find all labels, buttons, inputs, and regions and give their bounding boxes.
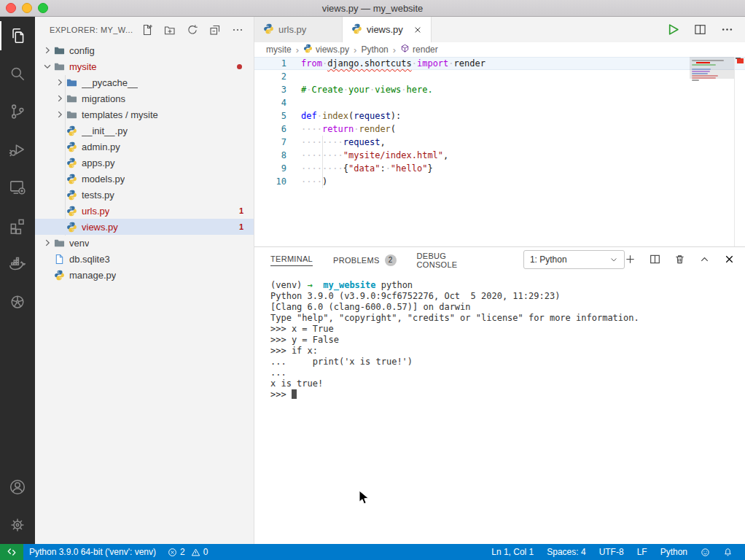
tree-item-views-py[interactable]: views.py1 [35, 219, 254, 235]
more-actions-icon[interactable] [721, 23, 733, 36]
remote-indicator[interactable] [0, 544, 23, 560]
breadcrumb-item-mysite[interactable]: mysite [266, 44, 292, 55]
tree-item-db-sqlite3[interactable]: db.sqlite3 [35, 251, 254, 267]
terminal-selector-dropdown[interactable]: 1: Python [523, 250, 625, 269]
feedback-icon[interactable] [694, 544, 717, 560]
activity-bar-item-extensions[interactable] [0, 206, 35, 244]
tab-views-py[interactable]: views.py [343, 17, 432, 42]
tab-terminal[interactable]: TERMINAL [270, 248, 313, 271]
warning-icon [191, 548, 200, 557]
activity-bar-item-search[interactable] [0, 55, 35, 93]
tree-item-manage-py[interactable]: manage.py [35, 267, 254, 283]
minimap-line [692, 69, 711, 70]
kill-terminal-icon[interactable] [674, 254, 685, 265]
tree-item-init-py[interactable]: __init__.py [35, 122, 254, 139]
chevron-right-icon[interactable] [54, 93, 66, 104]
chevron-right-icon[interactable] [42, 44, 53, 56]
language-mode-status[interactable]: Python [654, 544, 694, 560]
tree-item-templates-mysite[interactable]: templates / mysite [35, 106, 254, 122]
tree-item-label: tests.py [82, 190, 114, 201]
cursor-position-status[interactable]: Ln 1, Col 1 [485, 544, 540, 560]
minimize-window-button[interactable] [22, 3, 32, 13]
tree-item-label: config [69, 45, 95, 56]
activity-bar-item-account[interactable] [0, 468, 35, 506]
breadcrumb-item-views-py[interactable]: views.py [303, 44, 349, 55]
code-line-6[interactable]: 6····return·render( [254, 122, 745, 136]
activity-bar-item-kubernetes[interactable] [0, 282, 35, 320]
minimap[interactable] [690, 57, 735, 246]
tree-item-label: __init__.py [82, 125, 128, 136]
indentation-status[interactable]: Spaces: 4 [540, 544, 592, 560]
tab-debug-console[interactable]: DEBUG CONSOLE [417, 245, 480, 274]
editor-tab-bar: urls.py views.py [254, 17, 745, 42]
code-line-7[interactable]: 7········request, [254, 136, 745, 149]
code-line-5[interactable]: 5def·index(request): [254, 109, 745, 122]
tree-item-venv[interactable]: venv [35, 235, 254, 251]
chevron-spacer [54, 205, 66, 217]
tab-urls-py[interactable]: urls.py [254, 17, 343, 42]
code-line-10[interactable]: 10····) [254, 175, 745, 188]
editor-group: urls.py views.py mysite › [254, 17, 745, 544]
line-number: 3 [254, 83, 286, 96]
activity-bar-item-explorer[interactable] [0, 17, 35, 55]
new-terminal-icon[interactable] [625, 254, 636, 265]
activity-bar-item-source-control[interactable] [0, 93, 35, 131]
tree-item-label: manage.py [69, 270, 116, 281]
activity-bar-item-run-debug[interactable] [0, 131, 35, 168]
indent-guide [322, 136, 323, 188]
chevron-right-icon[interactable] [54, 109, 66, 120]
run-file-button[interactable] [667, 23, 679, 36]
eol-status[interactable]: LF [631, 544, 654, 560]
close-panel-icon[interactable] [724, 254, 735, 265]
chevron-right-icon[interactable] [54, 77, 66, 88]
activity-bar-item-docker[interactable] [0, 244, 35, 282]
chevron-right-icon[interactable] [42, 237, 53, 249]
tree-item-mysite[interactable]: mysite [35, 58, 254, 74]
new-file-icon[interactable] [141, 24, 153, 36]
python-interpreter-status[interactable]: Python 3.9.0 64-bit ('venv': venv) [23, 544, 162, 560]
tree-item-pycache[interactable]: __pycache__ [35, 74, 254, 90]
code-line-3[interactable]: 3#·Create·your·views·here. [254, 83, 745, 96]
more-actions-icon[interactable] [232, 24, 243, 36]
minimap-line [692, 64, 716, 66]
folder-icon [66, 109, 78, 120]
code-line-4[interactable]: 4 [254, 96, 745, 109]
tab-problems[interactable]: PROBLEMS 2 [333, 248, 397, 271]
activity-bar-item-remote-explorer[interactable] [0, 168, 35, 206]
chevron-down-icon[interactable] [42, 61, 53, 72]
code-editor[interactable]: 1from·django.shortcuts·import·render23#·… [254, 57, 745, 246]
activity-bar-item-settings[interactable] [0, 506, 35, 544]
terminal-line: [Clang 6.0 (clang-600.0.57)] on darwin [270, 302, 745, 313]
chevron-spacer [54, 221, 66, 233]
terminal-line: >>> x = True [270, 324, 745, 335]
explorer-actions [141, 24, 243, 36]
problems-status[interactable]: 2 0 [162, 544, 214, 560]
close-tab-icon[interactable] [413, 26, 422, 34]
tree-item-migrations[interactable]: migrations [35, 90, 254, 106]
tree-item-apps-py[interactable]: apps.py [35, 155, 254, 171]
refresh-explorer-icon[interactable] [187, 24, 198, 36]
tree-item-urls-py[interactable]: urls.py1 [35, 203, 254, 219]
notifications-bell-icon[interactable] [717, 544, 739, 560]
breadcrumb-item-render[interactable]: render [400, 44, 438, 55]
collapse-folders-icon[interactable] [209, 24, 221, 36]
code-line-9[interactable]: 9········{"data":·"hello"} [254, 162, 745, 175]
encoding-status[interactable]: UTF-8 [593, 544, 631, 560]
tree-item-tests-py[interactable]: tests.py [35, 187, 254, 203]
split-terminal-icon[interactable] [650, 254, 660, 265]
terminal-output[interactable]: (venv) → my_website pythonPython 3.9.0 (… [254, 271, 745, 544]
zoom-window-button[interactable] [38, 3, 48, 13]
tree-item-admin-py[interactable]: admin.py [35, 139, 254, 155]
new-folder-icon[interactable] [164, 24, 176, 36]
chevron-spacer [54, 125, 66, 136]
breadcrumb-item-python[interactable]: Python [361, 44, 388, 55]
split-editor-icon[interactable] [694, 23, 706, 36]
tree-item-config[interactable]: config [35, 42, 254, 58]
close-window-button[interactable] [6, 3, 16, 13]
maximize-panel-icon[interactable] [699, 254, 710, 265]
code-line-2[interactable]: 2 [254, 70, 745, 83]
tree-item-models-py[interactable]: models.py [35, 171, 254, 187]
code-line-8[interactable]: 8········"mysite/index.html", [254, 149, 745, 162]
code-line-1[interactable]: 1from·django.shortcuts·import·render [254, 57, 745, 70]
python-file-icon [66, 141, 78, 152]
